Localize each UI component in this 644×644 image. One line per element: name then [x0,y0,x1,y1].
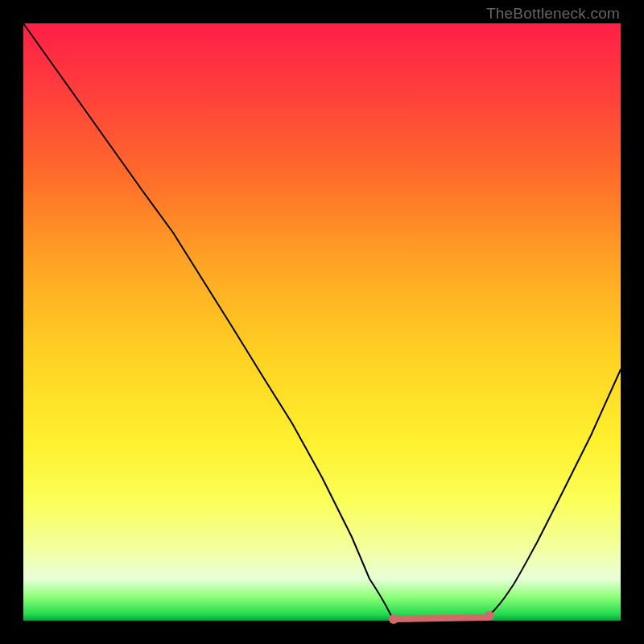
attribution-watermark: TheBottleneck.com [486,5,620,23]
trough-start-marker [389,614,398,624]
trough-highlight-line [395,617,488,619]
bottleneck-curve [23,23,621,621]
curve-layer [23,23,621,621]
trough-end-marker [485,611,494,621]
chart-container: TheBottleneck.com [0,0,644,644]
plot-area [23,23,621,621]
